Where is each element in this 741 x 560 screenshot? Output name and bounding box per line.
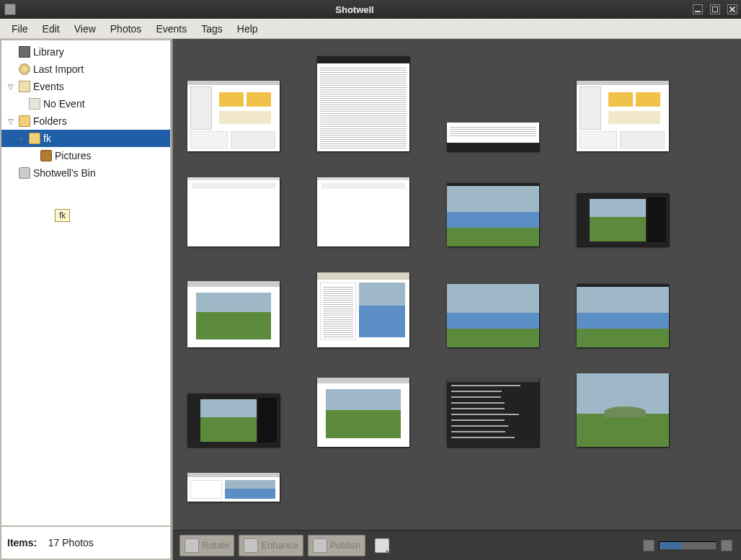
thumbnail-row xyxy=(187,177,727,246)
thumbnail-grid[interactable] xyxy=(173,39,741,530)
thumbnail[interactable] xyxy=(187,281,280,347)
sidebar-item-no-event[interactable]: No Event xyxy=(1,95,170,112)
status-label: Items: xyxy=(7,537,37,548)
window-minimize-button[interactable] xyxy=(693,4,703,14)
window-app-icon xyxy=(4,4,16,15)
sidebar-item-fk[interactable]: ▾fk xyxy=(1,130,170,147)
expander-icon[interactable]: ▾ xyxy=(16,135,26,143)
status-bar: Items: 17 Photos xyxy=(1,525,170,559)
tooltip: fk xyxy=(55,209,70,222)
zoom-out-icon[interactable] xyxy=(643,540,655,551)
publish-button[interactable]: Publish xyxy=(308,535,366,556)
publish-icon xyxy=(313,538,327,553)
publish-label: Publish xyxy=(330,540,361,551)
thumbnail[interactable] xyxy=(577,373,669,447)
thumbnail[interactable] xyxy=(577,284,669,347)
menu-tags[interactable]: Tags xyxy=(194,20,230,37)
sidebar-item-last-import[interactable]: Last Import xyxy=(1,61,170,78)
thumbnail[interactable] xyxy=(317,56,409,151)
thumbnail[interactable] xyxy=(187,473,280,502)
thumbnail[interactable] xyxy=(447,284,539,347)
search-button[interactable] xyxy=(370,535,397,556)
import-icon xyxy=(19,63,30,75)
main-area: LibraryLast Import▽EventsNo Event▽Folder… xyxy=(0,39,741,560)
sidebar-item-label: Shotwell's Bin xyxy=(33,167,96,179)
folder-icon xyxy=(29,133,40,144)
thumbnail[interactable] xyxy=(577,81,669,151)
enhance-button[interactable]: Enhance xyxy=(239,535,303,556)
thumbnail[interactable] xyxy=(447,378,539,447)
folder-icon xyxy=(19,115,30,127)
thumbnail[interactable] xyxy=(187,394,280,447)
rotate-icon xyxy=(185,538,199,553)
sidebar-item-folders[interactable]: ▽Folders xyxy=(1,112,170,130)
sidebar-item-pictures[interactable]: Pictures xyxy=(1,147,170,164)
rotate-label: Rotate xyxy=(202,540,229,551)
sidebar-item-label: Pictures xyxy=(55,150,92,161)
zoom-control xyxy=(643,540,732,551)
trash-icon xyxy=(19,167,30,179)
thumbnail-row xyxy=(187,272,727,347)
thumbnail-row xyxy=(187,56,727,151)
event-icon xyxy=(29,98,40,110)
status-value: 17 Photos xyxy=(48,537,94,548)
lib-icon xyxy=(19,46,30,58)
rotate-button[interactable]: Rotate xyxy=(179,535,234,556)
thumbnail[interactable] xyxy=(317,378,409,447)
enhance-label: Enhance xyxy=(261,540,298,551)
expander-icon[interactable]: ▽ xyxy=(6,117,16,125)
thumbnail[interactable] xyxy=(187,81,280,151)
menu-photos[interactable]: Photos xyxy=(103,20,149,37)
window-maximize-button[interactable] xyxy=(710,4,720,14)
sidebar-item-label: Library xyxy=(33,46,64,58)
sidebar-item-shotwell-s-bin[interactable]: Shotwell's Bin xyxy=(1,164,170,182)
sidebar-item-label: Events xyxy=(33,81,64,92)
sidebar-item-library[interactable]: Library xyxy=(1,43,170,61)
window-close-button[interactable] xyxy=(727,4,737,14)
sidebar: LibraryLast Import▽EventsNo Event▽Folder… xyxy=(0,39,172,560)
sidebar-item-label: fk xyxy=(43,133,51,144)
events-icon xyxy=(19,81,30,92)
thumbnail[interactable] xyxy=(187,177,280,246)
menu-file[interactable]: File xyxy=(4,20,35,37)
sidebar-item-label: No Event xyxy=(43,98,85,110)
thumbnail-row xyxy=(187,373,727,447)
menu-help[interactable]: Help xyxy=(230,20,265,37)
expander-icon[interactable]: ▽ xyxy=(6,83,16,91)
thumbnail[interactable] xyxy=(577,193,669,246)
thumbnail[interactable] xyxy=(447,183,539,246)
thumbnail-row xyxy=(187,473,727,502)
camera-icon xyxy=(40,150,52,161)
bottom-toolbar: Rotate Enhance Publish xyxy=(173,530,741,560)
content: Rotate Enhance Publish xyxy=(172,39,741,560)
menu-view[interactable]: View xyxy=(67,20,103,37)
thumbnail[interactable] xyxy=(317,177,409,246)
sidebar-item-label: Last Import xyxy=(33,63,84,75)
window-titlebar: Shotwell xyxy=(0,0,741,19)
thumbnail[interactable] xyxy=(447,123,539,151)
menubar: File Edit View Photos Events Tags Help xyxy=(0,19,741,39)
search-icon xyxy=(375,538,389,553)
sidebar-item-label: Folders xyxy=(33,115,67,127)
window-title: Shotwell xyxy=(20,4,689,15)
menu-edit[interactable]: Edit xyxy=(35,20,67,37)
enhance-icon xyxy=(244,538,258,553)
zoom-slider[interactable] xyxy=(659,541,716,550)
thumbnail[interactable] xyxy=(317,272,409,347)
menu-events[interactable]: Events xyxy=(148,20,194,37)
sidebar-tree[interactable]: LibraryLast Import▽EventsNo Event▽Folder… xyxy=(1,40,170,525)
sidebar-item-events[interactable]: ▽Events xyxy=(1,78,170,95)
zoom-in-icon[interactable] xyxy=(721,540,732,551)
